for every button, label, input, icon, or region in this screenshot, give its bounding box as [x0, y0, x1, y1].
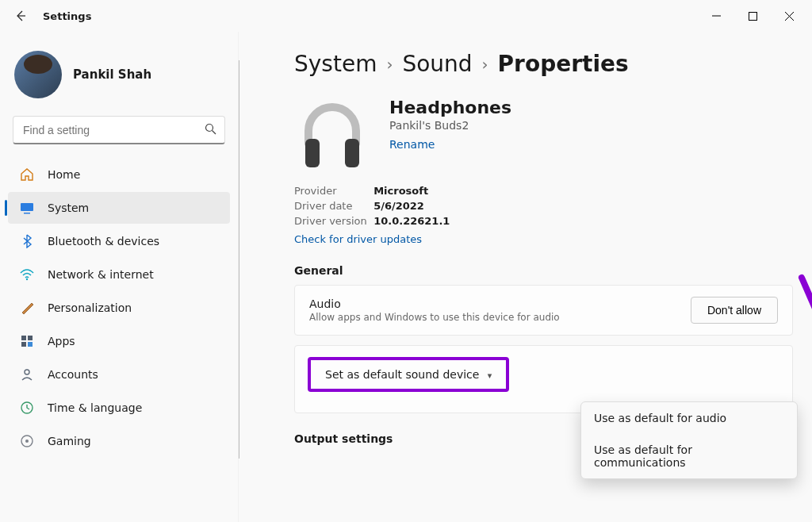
svg-rect-14	[345, 139, 359, 167]
svg-rect-3	[24, 213, 30, 214]
provider-value: Microsoft	[373, 185, 428, 197]
nav-bluetooth[interactable]: Bluetooth & devices	[8, 225, 230, 257]
menu-default-audio[interactable]: Use as default for audio	[581, 402, 797, 434]
search-input[interactable]	[13, 124, 196, 136]
provider-row: Provider Microsoft	[294, 185, 793, 197]
nav-label: Apps	[48, 335, 75, 347]
svg-rect-5	[21, 336, 26, 340]
nav-label: Gaming	[48, 435, 91, 447]
main-panel: System › Sound › Properties Headphones P…	[238, 32, 812, 522]
device-heading: Headphones Pankil's Buds2 Rename	[294, 98, 793, 174]
search-box[interactable]	[13, 116, 225, 144]
nav-list: Home System Bluetooth & devices Network …	[3, 159, 235, 457]
side-divider	[239, 60, 239, 459]
dont-allow-label: Don't allow	[707, 304, 761, 317]
driver-date-value: 5/6/2022	[373, 200, 424, 212]
section-general: General	[294, 264, 793, 277]
nav-label: Time & language	[48, 401, 142, 414]
menu-default-communications[interactable]: Use as default for communications	[581, 434, 797, 478]
svg-point-1	[205, 124, 213, 131]
nav-label: System	[48, 202, 89, 214]
brush-icon	[19, 300, 35, 316]
apps-icon	[19, 333, 35, 349]
svg-rect-6	[28, 336, 33, 340]
avatar	[14, 51, 62, 98]
driver-version-value: 10.0.22621.1	[373, 215, 450, 227]
wifi-icon	[19, 267, 35, 282]
headphones-icon	[294, 98, 370, 174]
device-title: Headphones	[389, 98, 511, 117]
driver-date-label: Driver date	[294, 200, 370, 212]
device-subtitle: Pankil's Buds2	[389, 119, 511, 132]
back-arrow-icon	[14, 10, 27, 22]
gaming-icon	[19, 433, 35, 449]
close-icon	[785, 12, 794, 21]
driver-version-label: Driver version	[294, 215, 370, 227]
nav-label: Accounts	[48, 368, 98, 381]
breadcrumb-sound[interactable]: Sound	[402, 51, 472, 77]
back-button[interactable]	[5, 0, 36, 32]
svg-point-4	[26, 278, 28, 280]
default-device-menu: Use as default for audio Use as default …	[580, 401, 798, 479]
svg-rect-7	[21, 342, 26, 347]
breadcrumb-current: Properties	[498, 51, 629, 77]
dont-allow-button[interactable]: Don't allow	[691, 297, 778, 324]
titlebar: Settings	[0, 0, 812, 32]
close-button[interactable]	[771, 3, 807, 29]
maximize-icon	[749, 12, 757, 21]
chevron-down-icon: ▾	[488, 370, 492, 381]
system-icon	[19, 200, 35, 216]
driver-date-row: Driver date 5/6/2022	[294, 200, 793, 212]
audio-card: Audio Allow apps and Windows to use this…	[294, 285, 793, 336]
nav-network[interactable]: Network & internet	[8, 259, 230, 290]
check-driver-updates-link[interactable]: Check for driver updates	[294, 233, 422, 245]
nav-apps[interactable]: Apps	[8, 325, 230, 357]
nav-time[interactable]: Time & language	[8, 392, 230, 424]
svg-rect-0	[749, 12, 756, 20]
chevron-right-icon: ›	[386, 55, 393, 74]
provider-label: Provider	[294, 185, 370, 197]
profile-name: Pankil Shah	[73, 67, 151, 82]
search-icon	[196, 123, 224, 137]
svg-rect-2	[21, 203, 33, 211]
set-default-button[interactable]: Set as default sound device ▾	[308, 357, 509, 392]
set-default-label: Set as default sound device	[325, 368, 479, 381]
nav-personalization[interactable]: Personalization	[8, 292, 230, 324]
svg-rect-13	[305, 139, 320, 167]
sidebar: Pankil Shah Home System Bluetooth & devi…	[0, 32, 238, 522]
audio-card-desc: Allow apps and Windows to use this devic…	[309, 312, 560, 323]
minimize-button[interactable]	[698, 3, 734, 29]
window-title: Settings	[43, 10, 91, 22]
nav-label: Bluetooth & devices	[48, 235, 159, 248]
accounts-icon	[19, 367, 35, 382]
nav-gaming[interactable]: Gaming	[8, 425, 230, 457]
breadcrumb: System › Sound › Properties	[294, 51, 793, 77]
nav-label: Personalization	[48, 301, 132, 314]
nav-accounts[interactable]: Accounts	[8, 359, 230, 390]
svg-point-9	[25, 370, 29, 374]
nav-system[interactable]: System	[8, 192, 230, 224]
nav-home[interactable]: Home	[8, 159, 230, 190]
svg-rect-8	[28, 342, 33, 347]
home-icon	[19, 167, 35, 182]
breadcrumb-system[interactable]: System	[294, 51, 377, 77]
bluetooth-icon	[19, 233, 35, 249]
profile-block[interactable]: Pankil Shah	[3, 40, 235, 116]
maximize-button[interactable]	[734, 3, 771, 29]
chevron-right-icon: ›	[482, 55, 488, 74]
minimize-icon	[712, 12, 721, 21]
rename-link[interactable]: Rename	[389, 138, 435, 151]
nav-label: Network & internet	[48, 268, 154, 281]
audio-card-title: Audio	[309, 297, 560, 310]
nav-label: Home	[48, 168, 80, 181]
driver-version-row: Driver version 10.0.22621.1	[294, 215, 793, 227]
clock-icon	[19, 400, 35, 416]
svg-point-12	[25, 439, 29, 443]
